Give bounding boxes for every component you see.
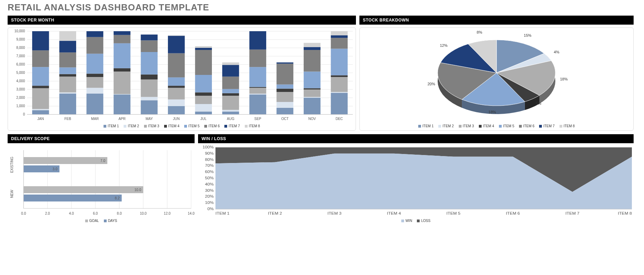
svg-rect-60 xyxy=(141,40,158,52)
svg-text:100%: 100% xyxy=(203,145,214,149)
svg-text:20%: 20% xyxy=(428,82,435,86)
svg-rect-150 xyxy=(24,157,107,164)
svg-text:4.0: 4.0 xyxy=(69,212,74,215)
svg-rect-78 xyxy=(195,48,212,50)
svg-rect-26 xyxy=(32,67,49,86)
svg-text:80%: 80% xyxy=(205,158,214,162)
svg-rect-104 xyxy=(277,62,294,64)
legend-delivery-scope: GOALDAYS xyxy=(8,219,195,223)
svg-text:8,000: 8,000 xyxy=(16,46,25,50)
svg-text:0%: 0% xyxy=(207,207,214,211)
svg-text:8.0: 8.0 xyxy=(117,212,122,215)
svg-rect-47 xyxy=(114,94,131,114)
legend-item: ITEM 8 xyxy=(560,124,575,128)
svg-text:20%: 20% xyxy=(205,195,214,199)
svg-rect-91 xyxy=(249,94,266,94)
svg-rect-111 xyxy=(304,50,321,71)
page-title: RETAIL ANALYSIS DASHBOARD TEMPLATE xyxy=(8,2,634,13)
svg-rect-122 xyxy=(331,31,348,35)
legend-item: ITEM 1 xyxy=(104,124,119,128)
svg-rect-107 xyxy=(304,97,321,98)
svg-text:50%: 50% xyxy=(205,176,214,180)
svg-text:7,000: 7,000 xyxy=(16,54,25,58)
header-stock-breakdown: STOCK BREAKDOWN xyxy=(359,16,634,25)
svg-rect-87 xyxy=(222,65,239,77)
svg-rect-119 xyxy=(331,49,348,75)
svg-rect-93 xyxy=(249,87,266,88)
svg-rect-108 xyxy=(304,89,321,97)
chart-win-loss: 0%10%20%30%40%50%60%70%80%90%100%ITEM 1I… xyxy=(198,145,634,225)
svg-text:70%: 70% xyxy=(205,164,214,168)
svg-text:18%: 18% xyxy=(560,77,567,81)
legend-win-loss: WINLOSS xyxy=(198,219,634,223)
svg-rect-27 xyxy=(32,50,49,67)
svg-text:APR: APR xyxy=(118,117,126,121)
svg-text:NEW: NEW xyxy=(10,190,14,198)
svg-text:FEB: FEB xyxy=(64,117,71,121)
svg-rect-86 xyxy=(222,77,239,89)
svg-text:ITEM 3: ITEM 3 xyxy=(328,212,342,215)
legend-item: LOSS xyxy=(417,219,430,223)
svg-text:30%: 30% xyxy=(205,189,214,192)
svg-rect-32 xyxy=(59,77,76,93)
svg-text:6.0: 6.0 xyxy=(93,212,98,215)
svg-rect-121 xyxy=(331,35,348,38)
legend-item: ITEM 7 xyxy=(539,124,554,128)
svg-text:0: 0 xyxy=(23,112,25,116)
svg-rect-58 xyxy=(141,75,158,79)
svg-text:ITEM 6: ITEM 6 xyxy=(506,212,520,215)
svg-rect-37 xyxy=(59,31,76,41)
legend-item: ITEM 2 xyxy=(438,124,454,128)
svg-rect-75 xyxy=(195,92,212,96)
svg-rect-115 xyxy=(331,93,348,114)
svg-rect-118 xyxy=(331,75,348,77)
legend-stock-breakdown: ITEM 1ITEM 2ITEM 3ITEM 4ITEM 5ITEM 6ITEM… xyxy=(360,124,633,128)
svg-text:ITEM 8: ITEM 8 xyxy=(618,212,632,215)
svg-text:9,000: 9,000 xyxy=(16,37,25,41)
svg-text:8%: 8% xyxy=(477,30,482,34)
svg-text:JAN: JAN xyxy=(37,117,44,121)
svg-text:4%: 4% xyxy=(554,50,560,54)
svg-rect-83 xyxy=(222,96,239,110)
svg-text:12.0: 12.0 xyxy=(164,212,171,215)
svg-rect-25 xyxy=(32,86,49,88)
svg-rect-85 xyxy=(222,89,239,93)
svg-rect-24 xyxy=(32,88,49,109)
chart-delivery-scope: 0.02.04.06.08.010.012.014.0EXISTING7.03.… xyxy=(8,145,195,225)
chart-stock-per-month: 01,0002,0003,0004,0005,0006,0007,0008,00… xyxy=(8,27,356,131)
svg-text:5%: 5% xyxy=(536,101,541,105)
svg-rect-110 xyxy=(304,71,321,88)
svg-rect-39 xyxy=(87,94,104,114)
svg-text:ITEM 1: ITEM 1 xyxy=(215,212,230,215)
svg-rect-42 xyxy=(87,74,104,77)
svg-rect-45 xyxy=(87,31,104,37)
svg-rect-82 xyxy=(222,110,239,112)
svg-rect-74 xyxy=(195,96,212,104)
svg-text:JUN: JUN xyxy=(173,117,180,121)
svg-rect-98 xyxy=(277,108,294,114)
svg-text:4,000: 4,000 xyxy=(16,79,25,83)
legend-item: ITEM 3 xyxy=(459,124,474,128)
svg-text:14.0: 14.0 xyxy=(188,212,195,215)
svg-rect-96 xyxy=(249,31,266,50)
svg-rect-68 xyxy=(168,53,185,78)
svg-rect-103 xyxy=(277,64,294,85)
svg-text:7.0: 7.0 xyxy=(100,159,105,163)
legend-item: ITEM 4 xyxy=(479,124,494,128)
svg-rect-67 xyxy=(168,77,185,86)
legend-item: ITEM 7 xyxy=(224,124,240,128)
svg-rect-88 xyxy=(222,62,239,65)
svg-text:EXISTING: EXISTING xyxy=(10,156,14,173)
svg-rect-23 xyxy=(32,109,49,110)
svg-text:MAY: MAY xyxy=(145,117,153,121)
svg-rect-117 xyxy=(331,77,348,92)
svg-rect-77 xyxy=(195,50,212,75)
svg-rect-59 xyxy=(141,52,158,75)
header-win-loss: WIN / LOSS xyxy=(198,134,634,143)
svg-rect-51 xyxy=(114,43,131,68)
header-stock-per-month: STOCK PER MONTH xyxy=(8,16,356,25)
svg-text:12%: 12% xyxy=(440,43,447,48)
svg-text:90%: 90% xyxy=(205,152,214,155)
svg-text:ITEM 2: ITEM 2 xyxy=(268,212,282,215)
svg-text:60%: 60% xyxy=(205,170,214,174)
